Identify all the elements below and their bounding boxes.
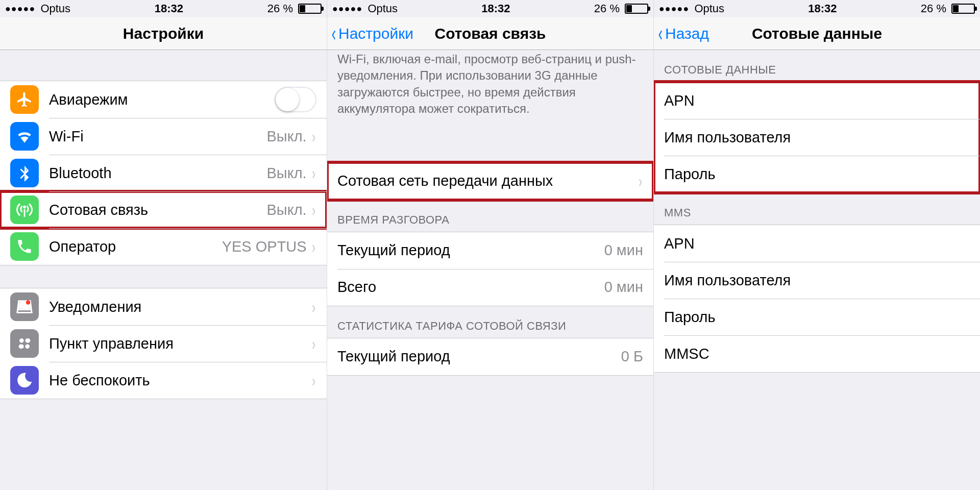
row-label: Имя пользователя xyxy=(664,129,791,146)
carrier-name: Optus xyxy=(694,2,724,15)
row-label: Сотовая сеть передачи данных xyxy=(337,173,553,189)
battery-icon xyxy=(298,4,322,14)
section-cellular-data: СОТОВЫЕ ДАННЫЕ xyxy=(654,50,980,82)
settings-group-connectivity: Авиарежим Wi-Fi Выкл. › Bluetooth Выкл. … xyxy=(0,81,327,265)
airplane-icon xyxy=(10,85,39,114)
row-carrier[interactable]: Оператор YES OPTUS › xyxy=(0,228,327,265)
row-mms-mmsc[interactable]: MMSC xyxy=(654,335,980,372)
svg-point-4 xyxy=(25,344,30,349)
battery-icon xyxy=(625,4,648,14)
row-label: Не беспокоить xyxy=(49,372,150,389)
page-title: Настройки xyxy=(123,25,204,42)
back-label: Настройки xyxy=(338,25,413,42)
row-airplane-mode[interactable]: Авиарежим xyxy=(0,81,327,118)
signal-dots: ●●●●● xyxy=(5,4,35,14)
notifications-icon xyxy=(10,292,39,321)
nav-bar: ‹ Настройки Сотовая связь xyxy=(327,17,653,50)
row-value: Выкл. xyxy=(266,165,310,182)
signal-dots: ●●●●● xyxy=(332,4,362,14)
row-label: Авиарежим xyxy=(49,91,128,108)
row-label: Уведомления xyxy=(49,299,141,315)
row-cellular-data-network[interactable]: Сотовая сеть передачи данных › xyxy=(327,163,653,200)
chevron-right-icon: › xyxy=(312,334,315,354)
row-cellular[interactable]: Сотовая связь Выкл. › xyxy=(0,191,327,228)
row-label: Bluetooth xyxy=(49,165,112,182)
row-cellular-password[interactable]: Пароль xyxy=(654,156,980,192)
status-bar: ●●●●● Optus 18:32 26 % xyxy=(654,0,980,17)
chevron-right-icon: › xyxy=(312,127,315,146)
settings-group-system: Уведомления › Пункт управления › Не бесп… xyxy=(0,288,327,399)
row-value: Выкл. xyxy=(266,128,310,145)
row-total: Всего 0 мин xyxy=(327,269,653,306)
row-label: Текущий период xyxy=(337,242,450,259)
row-label: Оператор xyxy=(49,238,116,255)
back-label: Назад xyxy=(665,25,709,42)
group-data-network: Сотовая сеть передачи данных › xyxy=(327,162,653,200)
row-bluetooth[interactable]: Bluetooth Выкл. › xyxy=(0,155,327,191)
control-center-icon xyxy=(10,329,39,358)
row-label: APN xyxy=(664,92,695,109)
row-label: Пароль xyxy=(664,166,716,183)
page-title: Сотовая связь xyxy=(434,25,546,42)
row-mms-username[interactable]: Имя пользователя xyxy=(654,262,980,299)
row-current-period-data: Текущий период 0 Б xyxy=(327,338,653,375)
battery-pct: 26 % xyxy=(594,2,620,15)
back-button[interactable]: ‹ Настройки xyxy=(330,17,413,50)
group-usage-stats: Текущий период 0 Б xyxy=(327,338,653,376)
svg-point-2 xyxy=(19,338,24,343)
info-blurb: Wi-Fi, включая e-mail, просмотр веб-стра… xyxy=(327,50,653,127)
section-usage-stats: СТАТИСТИКА ТАРИФА СОТОВОЙ СВЯЗИ xyxy=(327,306,653,338)
row-notifications[interactable]: Уведомления › xyxy=(0,288,327,325)
status-time: 18:32 xyxy=(808,2,837,15)
chevron-left-icon: ‹ xyxy=(658,23,663,44)
signal-dots: ●●●●● xyxy=(659,4,689,14)
back-button[interactable]: ‹ Назад xyxy=(657,17,709,50)
row-current-period: Текущий период 0 мин xyxy=(327,232,653,269)
chevron-right-icon: › xyxy=(312,371,315,390)
page-title: Сотовые данные xyxy=(752,25,882,42)
row-cellular-username[interactable]: Имя пользователя xyxy=(654,119,980,156)
row-label: Пароль xyxy=(664,309,716,326)
phone-icon xyxy=(10,232,39,261)
row-label: Сотовая связь xyxy=(49,202,148,218)
row-label: Имя пользователя xyxy=(664,272,791,289)
row-label: Wi-Fi xyxy=(49,128,84,145)
airplane-toggle[interactable] xyxy=(275,87,316,112)
cellular-icon xyxy=(10,195,39,224)
battery-icon xyxy=(951,4,975,14)
chevron-right-icon: › xyxy=(312,200,315,220)
row-value: Выкл. xyxy=(266,202,310,218)
row-label: Пункт управления xyxy=(49,335,174,352)
svg-rect-3 xyxy=(25,338,30,343)
row-cellular-apn[interactable]: APN xyxy=(654,82,980,119)
row-value: YES OPTUS xyxy=(222,238,311,255)
wifi-icon xyxy=(10,122,39,151)
row-label: MMSC xyxy=(664,346,709,362)
section-call-time: ВРЕМЯ РАЗГОВОРА xyxy=(327,200,653,232)
chevron-right-icon: › xyxy=(312,237,315,257)
screen-cellular-data: ●●●●● Optus 18:32 26 % ‹ Назад Сотовые д… xyxy=(653,0,980,490)
group-mms: APN Имя пользователя Пароль MMSC xyxy=(654,225,980,373)
bluetooth-icon xyxy=(10,159,39,187)
nav-bar: ‹ Назад Сотовые данные xyxy=(654,17,980,50)
group-call-time: Текущий период 0 мин Всего 0 мин xyxy=(327,232,653,306)
row-dnd[interactable]: Не беспокоить › xyxy=(0,362,327,399)
chevron-right-icon: › xyxy=(312,163,315,183)
group-cellular-apn: APN Имя пользователя Пароль xyxy=(654,82,980,193)
row-mms-apn[interactable]: APN xyxy=(654,225,980,262)
row-mms-password[interactable]: Пароль xyxy=(654,299,980,335)
status-bar: ●●●●● Optus 18:32 26 % xyxy=(0,0,327,17)
row-wifi[interactable]: Wi-Fi Выкл. › xyxy=(0,118,327,155)
status-bar: ●●●●● Optus 18:32 26 % xyxy=(327,0,653,17)
section-mms: MMS xyxy=(654,193,980,225)
status-time: 18:32 xyxy=(155,2,183,15)
row-value: 0 мин xyxy=(604,279,643,296)
battery-pct: 26 % xyxy=(921,2,946,15)
screen-cellular: ●●●●● Optus 18:32 26 % ‹ Настройки Сотов… xyxy=(327,0,653,490)
nav-bar: Настройки xyxy=(0,17,327,50)
svg-rect-5 xyxy=(19,344,24,349)
moon-icon xyxy=(10,366,39,395)
row-label: Всего xyxy=(337,279,376,296)
row-control-center[interactable]: Пункт управления › xyxy=(0,325,327,362)
chevron-right-icon: › xyxy=(312,297,315,317)
